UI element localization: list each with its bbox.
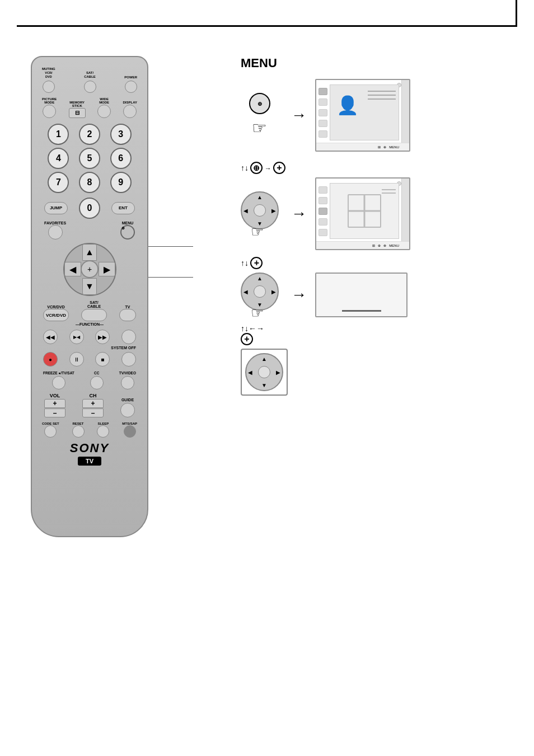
display-button[interactable]	[123, 105, 137, 118]
num-4-button[interactable]: 4	[48, 148, 69, 169]
sat-cable-label: SAT/CABLE	[84, 71, 96, 79]
step-2: ▲ ▼ ◀ ▶ ☞ →	[241, 177, 521, 250]
guide-button[interactable]	[120, 403, 135, 417]
code-set-group: CODE SET	[42, 422, 59, 438]
tv-video-button[interactable]	[121, 376, 134, 389]
sony-brand: SONY TV	[38, 439, 142, 468]
ch-down-button[interactable]: –	[82, 408, 104, 417]
step-4: ▲ ▼ ◀ ▶	[241, 349, 521, 398]
blank-play-button[interactable]	[121, 352, 136, 367]
freeze-button[interactable]	[52, 376, 65, 389]
sony-logo: SONY	[70, 441, 109, 456]
numpad: 1 2 3 4 5 6 7 8 9	[38, 120, 142, 196]
menu-group: MENU ⊕	[120, 221, 135, 240]
step-2-main-area	[330, 183, 399, 239]
pause-button[interactable]: ⏸	[69, 352, 84, 367]
favorites-button[interactable]	[48, 225, 63, 240]
step-1-menu-circle: ⊕	[249, 93, 270, 114]
remote-body: MUTINGVCR/DVD SAT/CABLE POWER PICTUREMOD…	[31, 56, 148, 537]
num-1-button[interactable]: 1	[48, 124, 69, 145]
dpad-center-button[interactable]: +	[81, 260, 99, 278]
dpad-right-button[interactable]: ▶	[99, 262, 115, 276]
step-4-dpad-down-arrow: ▼	[261, 382, 267, 388]
vcr-dvd-func-group: VCR/DVD VCR/DVD	[43, 305, 69, 321]
step-1-sidebar-item-3	[318, 109, 327, 116]
dpad-callout-line	[148, 277, 193, 278]
guide-group: GUIDE	[120, 398, 135, 417]
num-8-button[interactable]: 8	[79, 172, 100, 193]
step-2-sidebar	[318, 186, 327, 236]
num-6-button[interactable]: 6	[110, 148, 132, 169]
step-2-arrows: ↑↓	[241, 163, 249, 172]
vol-down-button[interactable]: –	[44, 408, 65, 417]
sat-cable-func-button[interactable]	[81, 309, 107, 321]
step-3-row: ▲ ▼ ◀ ▶ ☞ →	[241, 273, 521, 317]
blank-transport-button[interactable]	[121, 330, 136, 344]
stop-button[interactable]: ■	[95, 352, 110, 367]
step-2-bb-3: ⊗	[383, 243, 386, 247]
tv-func-button[interactable]	[119, 309, 136, 321]
vol-up-button[interactable]: +	[44, 399, 65, 408]
ch-up-button[interactable]: +	[82, 399, 104, 408]
step-4-arrows: ↑↓←→	[241, 324, 264, 333]
step-3-dpad-center	[254, 285, 266, 298]
forward-button[interactable]: ▶◀	[69, 330, 84, 344]
freeze-group: FREEZE ●/TV/SAT	[43, 371, 74, 389]
step-4-dpad-center	[258, 366, 270, 378]
num-5-button[interactable]: 5	[79, 148, 100, 169]
wide-mode-group: WIDEMODE	[97, 97, 111, 118]
tv-badge: TV	[78, 457, 101, 466]
mts-sap-button[interactable]	[124, 425, 136, 438]
tv-func-label: TV	[125, 305, 130, 309]
sat-cable-button[interactable]	[84, 81, 96, 93]
menu-button[interactable]: ⊕	[120, 225, 135, 240]
step-1-row: ⊕ ☞ → 👤	[241, 79, 521, 152]
step-1-line-1	[368, 91, 396, 92]
step-3: ▲ ▼ ◀ ▶ ☞ →	[241, 273, 521, 317]
system-off-label: SYSTEM OFF	[38, 346, 142, 350]
function-label: —FUNCTION—	[38, 322, 142, 326]
tv-video-label: TV/VIDEO	[119, 371, 136, 375]
muting-button[interactable]	[43, 81, 55, 93]
step-3-screen	[315, 273, 407, 317]
reset-button[interactable]	[72, 425, 85, 438]
step-1-hand: ⊕ ☞	[241, 93, 283, 138]
remote-top-row: MUTINGVCR/DVD SAT/CABLE POWER	[38, 63, 142, 95]
num-0-button[interactable]: 0	[79, 198, 100, 219]
fastforward-button[interactable]: ▶▶	[95, 330, 110, 344]
display-group: DISPLAY	[123, 101, 137, 118]
remote-control: MUTINGVCR/DVD SAT/CABLE POWER PICTUREMOD…	[31, 56, 148, 537]
step-1: ⊕ ☞ → 👤	[241, 79, 521, 152]
dpad-left-button[interactable]: ◀	[64, 262, 81, 276]
num-3-button[interactable]: 3	[110, 124, 132, 145]
step-1-screen: 👤 ⊞ ⊕ MENU	[315, 79, 410, 152]
memory-stick-label: MEMORYSTICK	[69, 101, 85, 108]
power-button[interactable]	[125, 81, 137, 93]
vcr-dvd-func-button[interactable]: VCR/DVD	[43, 309, 69, 321]
ch-group: CH + –	[82, 393, 104, 417]
cc-button[interactable]	[90, 376, 104, 389]
jump-button[interactable]: JUMP	[44, 202, 68, 214]
sleep-button[interactable]	[97, 425, 109, 438]
sat-cable-func-group: SAT/CABLE	[81, 300, 107, 321]
wide-mode-button[interactable]	[97, 105, 111, 118]
dpad-down-button[interactable]: ▼	[82, 278, 97, 295]
num-9-button[interactable]: 9	[110, 172, 132, 193]
code-set-button[interactable]	[44, 425, 57, 438]
sat-cable-func-label: SAT/CABLE	[87, 300, 101, 309]
rewind-button[interactable]: ◀◀	[43, 330, 58, 344]
step-1-bb-1: ⊞	[378, 145, 381, 149]
num-2-button[interactable]: 2	[79, 124, 100, 145]
picture-mode-button[interactable]	[43, 105, 56, 118]
memory-stick-button[interactable]: ⊟	[69, 108, 86, 118]
record-button[interactable]: ●	[43, 352, 58, 367]
step-1-bb-2: ⊕	[383, 145, 386, 149]
freeze-row: FREEZE ●/TV/SAT CC TV/VIDEO	[38, 370, 142, 391]
fav-menu-row: FAVORITES MENU ⊕	[38, 220, 142, 241]
dpad-up-button[interactable]: ▲	[82, 244, 97, 261]
step-4-dpad-up-arrow: ▲	[261, 356, 267, 362]
ent-button[interactable]: ENT	[111, 202, 135, 214]
muting-label: MUTINGVCR/DVD	[42, 67, 55, 79]
step-2-sidebar-item-2	[318, 197, 327, 204]
num-7-button[interactable]: 7	[48, 172, 69, 193]
